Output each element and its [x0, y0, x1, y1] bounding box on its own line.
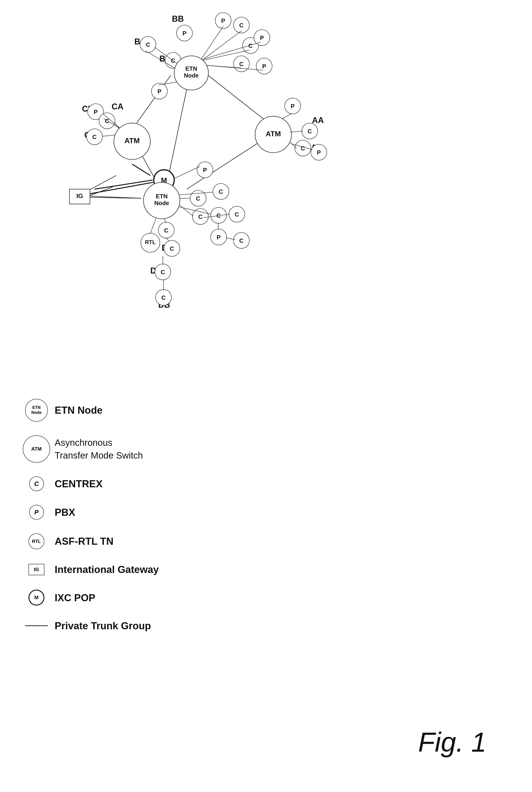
legend-symbol-etn: ETNNode: [23, 399, 50, 422]
svg-line-27: [198, 26, 223, 64]
legend-symbol-pbx: P: [23, 505, 50, 520]
svg-text:P: P: [183, 30, 186, 37]
svg-text:C: C: [239, 61, 244, 68]
legend-symbol-centrex: C: [23, 476, 50, 491]
svg-line-0: [205, 73, 269, 123]
fig-label: Fig. 1: [418, 726, 487, 758]
ig-icon: IG: [28, 564, 44, 575]
legend-symbol-line: [23, 625, 50, 626]
svg-text:C: C: [308, 128, 312, 135]
svg-text:C: C: [235, 211, 239, 218]
svg-text:C: C: [146, 41, 150, 48]
svg-text:C: C: [239, 22, 244, 29]
line-icon: [25, 625, 48, 626]
svg-text:P: P: [260, 34, 264, 41]
legend-item-centrex: C CENTREX: [23, 476, 228, 491]
svg-text:P: P: [94, 109, 97, 115]
legend-label-ixc: IXC POP: [55, 591, 95, 604]
svg-text:ETN: ETN: [156, 193, 168, 200]
svg-text:P: P: [221, 17, 225, 24]
svg-text:P: P: [317, 149, 321, 156]
svg-text:ATM: ATM: [266, 130, 281, 138]
legend-symbol-rtl: RTL: [23, 533, 50, 549]
svg-text:C: C: [164, 227, 169, 234]
svg-text:C: C: [219, 188, 223, 195]
pbx-icon: P: [29, 505, 44, 520]
legend-item-etn: ETNNode ETN Node: [23, 399, 228, 422]
svg-text:ETN: ETN: [185, 65, 197, 72]
etn-node-icon: ETNNode: [25, 399, 48, 422]
legend: ETNNode ETN Node ATM Asynchronous Transf…: [23, 399, 228, 646]
bb-label: BB: [172, 14, 184, 23]
rtl-icon: RTL: [28, 533, 44, 549]
svg-text:C: C: [162, 294, 166, 301]
ixc-icon: M: [28, 590, 44, 606]
centrex-icon: C: [29, 476, 44, 491]
svg-text:Node: Node: [154, 200, 169, 206]
svg-text:Node: Node: [184, 72, 199, 79]
svg-text:C: C: [196, 195, 201, 202]
svg-line-95: [179, 205, 193, 216]
svg-line-68: [290, 131, 303, 132]
legend-label-private-trunk: Private Trunk Group: [55, 619, 151, 632]
svg-line-28: [201, 31, 242, 61]
svg-line-62: [282, 113, 292, 119]
svg-text:C: C: [301, 145, 305, 152]
svg-line-4: [187, 139, 264, 189]
svg-text:P: P: [216, 234, 221, 241]
legend-item-atm: ATM Asynchronous Transfer Mode Switch: [23, 435, 228, 463]
page: BB P BA C B C P C C P C P: [0, 0, 532, 792]
legend-item-ixc: M IXC POP: [23, 590, 228, 606]
svg-text:C: C: [161, 269, 165, 276]
svg-text:AA: AA: [312, 115, 324, 125]
svg-text:C: C: [170, 245, 174, 252]
legend-label-etn: ETN Node: [55, 404, 102, 417]
svg-text:P: P: [203, 167, 207, 173]
legend-label-atm: Asynchronous Transfer Mode Switch: [55, 436, 143, 462]
svg-text:P: P: [157, 88, 161, 95]
legend-item-private-trunk: Private Trunk Group: [23, 619, 228, 632]
svg-text:RTL: RTL: [145, 239, 156, 245]
network-diagram: BB P BA C B C P C C P C P: [0, 0, 532, 387]
legend-symbol-ixc: M: [23, 590, 50, 606]
legend-label-ig: International Gateway: [55, 563, 159, 576]
legend-item-pbx: P PBX: [23, 505, 228, 520]
legend-label-pbx: PBX: [55, 506, 75, 519]
legend-item-ig: IG International Gateway: [23, 563, 228, 576]
svg-text:IG: IG: [76, 192, 83, 199]
svg-text:P: P: [262, 63, 266, 70]
atm-icon: ATM: [23, 435, 50, 463]
legend-label-rtl: ASF-RTL TN: [55, 535, 113, 548]
legend-symbol-ig: IG: [23, 564, 50, 575]
svg-text:CA: CA: [112, 102, 124, 111]
legend-item-rtl: RTL ASF-RTL TN: [23, 533, 228, 549]
svg-line-5: [87, 176, 116, 191]
svg-text:C: C: [239, 237, 244, 244]
svg-line-113: [150, 218, 156, 234]
svg-text:ATM: ATM: [125, 136, 140, 145]
legend-label-centrex: CENTREX: [55, 477, 102, 490]
svg-text:C: C: [93, 133, 97, 141]
svg-line-32: [202, 65, 263, 70]
svg-line-1: [137, 75, 171, 123]
svg-text:C: C: [198, 213, 203, 220]
svg-line-76: [171, 166, 200, 180]
svg-text:P: P: [290, 103, 294, 110]
legend-symbol-atm: ATM: [23, 435, 50, 463]
